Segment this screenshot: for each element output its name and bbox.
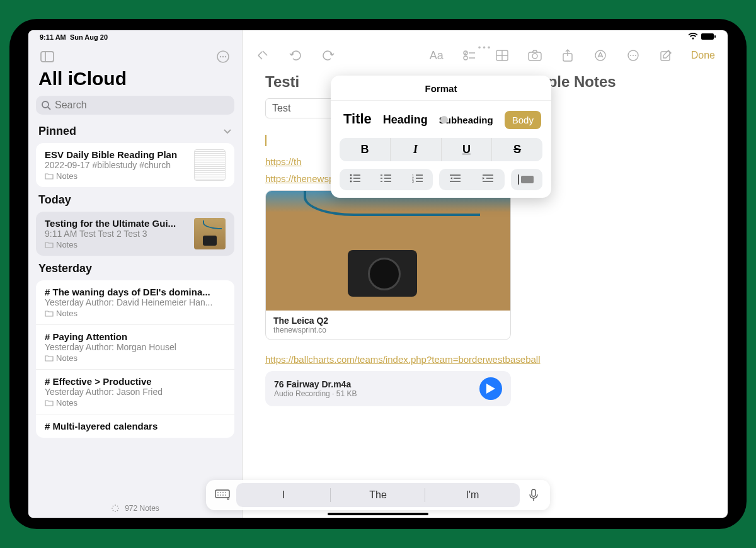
bulleted-list-button[interactable] — [340, 169, 370, 190]
numbered-list-button[interactable]: 123 — [402, 169, 433, 190]
markup-icon[interactable] — [593, 48, 608, 63]
svg-line-9 — [48, 107, 50, 110]
note-count: 972 Notes — [125, 504, 159, 513]
folder-icon — [45, 173, 54, 180]
folder-icon — [45, 241, 54, 248]
more-icon[interactable] — [214, 48, 232, 66]
underline-button[interactable]: U — [442, 138, 493, 161]
keyboard-icon[interactable] — [209, 482, 236, 508]
redo-icon[interactable] — [321, 48, 336, 63]
popover-title: Format — [331, 76, 551, 101]
note-title: ESV Daily Bible Reading Plan — [45, 149, 189, 160]
outdent-button[interactable] — [439, 169, 472, 190]
search-input[interactable] — [55, 100, 229, 111]
note-item[interactable]: # Paying Attention Yesterday Author: Mor… — [36, 325, 234, 370]
audio-sub: Audio Recording · 51 KB — [274, 389, 357, 398]
note-thumbnail — [194, 149, 226, 181]
svg-rect-2 — [41, 52, 54, 62]
status-time: 9:11 AM — [40, 33, 66, 41]
italic-button[interactable]: I — [391, 138, 442, 161]
battery-icon — [701, 33, 716, 42]
style-heading[interactable]: Heading — [383, 113, 428, 127]
ipad-frame: 9:11 AM Sun Aug 20 All iCloud Pinned — [9, 19, 747, 529]
svg-point-67 — [220, 494, 221, 496]
table-icon[interactable] — [495, 48, 510, 63]
multitask-dots-icon[interactable]: ••• — [478, 43, 493, 52]
svg-line-14 — [113, 506, 113, 506]
svg-point-31 — [630, 55, 631, 56]
search-field[interactable] — [36, 96, 234, 115]
note-item[interactable]: # Effective > Productive Yesterday Autho… — [36, 370, 234, 414]
sidebar-toggle-icon[interactable] — [38, 48, 56, 66]
paragraph-style-row[interactable]: Title Heading Subheading Body — [340, 108, 542, 138]
svg-point-70 — [227, 498, 229, 500]
note-item[interactable]: # The waning days of DEI's domina... Yes… — [36, 280, 234, 325]
svg-point-20 — [464, 56, 467, 60]
dictation-icon[interactable] — [520, 482, 547, 508]
svg-line-15 — [117, 510, 118, 511]
svg-point-69 — [225, 494, 226, 496]
svg-point-5 — [220, 56, 221, 57]
preview-image — [266, 191, 510, 311]
text-style-icon[interactable]: Aa — [429, 48, 444, 63]
indent-group — [439, 169, 505, 190]
svg-point-37 — [350, 178, 352, 180]
svg-point-68 — [222, 494, 224, 496]
style-title[interactable]: Title — [343, 111, 372, 127]
drag-handle-icon[interactable] — [440, 116, 448, 123]
svg-point-64 — [222, 492, 224, 493]
audio-title: 76 Fairway Dr.m4a — [274, 379, 357, 389]
status-date: Sun Aug 20 — [70, 33, 108, 41]
prediction[interactable]: The — [331, 483, 425, 507]
dashed-list-button[interactable] — [370, 169, 401, 190]
svg-point-7 — [225, 56, 226, 57]
note-title: Testing for the Ultimate Gui... — [45, 218, 189, 229]
note-item[interactable]: # Multi-layered calendars — [36, 414, 234, 438]
more-icon[interactable] — [626, 48, 641, 63]
style-body[interactable]: Body — [505, 111, 541, 129]
svg-point-33 — [635, 55, 636, 56]
note-sub: 9:11 AM Test Test 2 Test 3 — [45, 229, 189, 239]
svg-rect-61 — [215, 490, 229, 498]
prediction[interactable]: I — [236, 483, 331, 507]
play-button[interactable] — [479, 377, 502, 400]
folder-icon — [45, 399, 54, 406]
done-button[interactable]: Done — [691, 50, 715, 61]
checklist-icon[interactable] — [462, 48, 477, 63]
share-icon[interactable] — [560, 48, 575, 63]
folder-icon — [45, 355, 54, 362]
note-item-today[interactable]: Testing for the Ultimate Gui... 9:11 AM … — [36, 212, 234, 256]
svg-text:3: 3 — [412, 180, 414, 183]
compose-icon[interactable] — [658, 48, 673, 63]
svg-point-65 — [225, 492, 226, 493]
text-cursor — [265, 135, 266, 146]
svg-point-39 — [350, 181, 352, 183]
svg-point-63 — [220, 492, 221, 493]
note-item-pinned[interactable]: ESV Daily Bible Reading Plan 2022-09-17 … — [36, 143, 234, 187]
svg-rect-71 — [532, 489, 536, 496]
undo-icon[interactable] — [288, 48, 303, 63]
block-quote-button[interactable] — [511, 169, 542, 190]
chevron-down-icon — [223, 125, 232, 138]
section-pinned[interactable]: Pinned — [28, 121, 242, 140]
note-sub: 2022-09-17 #biblestudy #church — [45, 160, 189, 170]
note-thumbnail — [194, 218, 226, 249]
svg-point-35 — [350, 174, 352, 176]
link[interactable]: https://ballcharts.com/teams/index.php?t… — [265, 354, 705, 365]
camera-icon[interactable] — [527, 48, 542, 63]
prediction[interactable]: I'm — [425, 483, 520, 507]
svg-line-17 — [117, 506, 118, 506]
format-popover: Format Title Heading Subheading Body B I… — [331, 76, 551, 198]
svg-rect-0 — [701, 33, 714, 40]
indent-button[interactable] — [472, 169, 505, 190]
home-indicator[interactable] — [328, 513, 428, 515]
expand-icon[interactable] — [255, 48, 270, 63]
strikethrough-button[interactable]: S — [492, 138, 542, 161]
audio-attachment[interactable]: 76 Fairway Dr.m4a Audio Recording · 51 K… — [265, 371, 511, 406]
folder-icon — [45, 310, 54, 317]
sidebar: All iCloud Pinned ESV Daily Bible Readin… — [28, 30, 243, 518]
bold-button[interactable]: B — [340, 138, 391, 161]
section-today: Today — [28, 190, 242, 209]
sync-icon — [111, 504, 120, 513]
link-preview[interactable]: The Leica Q2 thenewsprint.co — [265, 190, 511, 340]
